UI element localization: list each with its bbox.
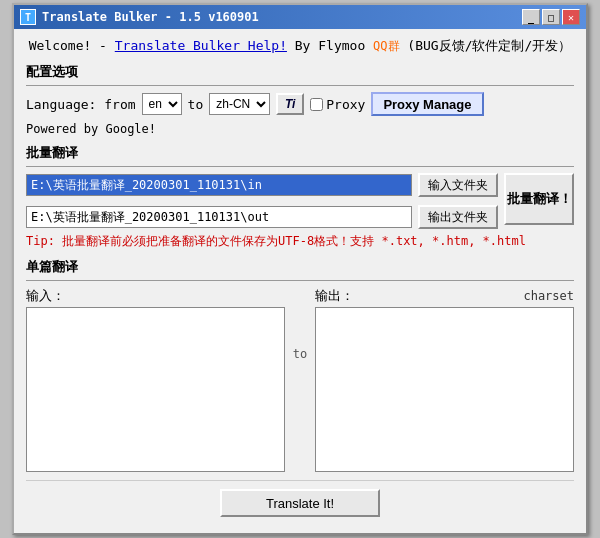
config-divider: [26, 85, 574, 86]
output-col: 输出： charset: [315, 287, 574, 472]
minimize-button[interactable]: _: [522, 9, 540, 25]
help-link[interactable]: Translate Bulker Help!: [115, 38, 287, 53]
config-section-title: 配置选项: [26, 63, 574, 81]
ti-button[interactable]: Ti: [276, 93, 304, 115]
main-window: T Translate Bulker - 1.5 v160901 _ □ ✕ W…: [12, 3, 588, 535]
powered-text: Powered by Google!: [26, 122, 156, 136]
to-language-select[interactable]: zh-CN: [209, 93, 270, 115]
batch-inputs-col: 输入文件夹 输出文件夹: [26, 173, 498, 233]
to-label: to: [188, 97, 204, 112]
batch-tip: Tip: 批量翻译前必须把准备翻译的文件保存为UTF-8格式！支持 *.txt,…: [26, 233, 574, 250]
charset-label: charset: [523, 289, 574, 303]
single-section: 单篇翻译 输入： to 输出： charset: [26, 258, 574, 472]
title-bar: T Translate Bulker - 1.5 v160901 _ □ ✕: [14, 5, 586, 29]
to-middle-label: to: [293, 287, 307, 361]
output-folder-button[interactable]: 输出文件夹: [418, 205, 498, 229]
config-row: Language: from en to zh-CN Ti Proxy Prox…: [26, 92, 574, 136]
batch-outer: 输入文件夹 输出文件夹 批量翻译！: [26, 173, 574, 233]
bug-text: (BUG反馈/软件定制/开发）: [407, 38, 571, 53]
output-label: 输出：: [315, 287, 354, 305]
batch-section: 批量翻译 输入文件夹 输出文件夹 批量翻译！ Tip: 批量翻译前必须把准备翻译…: [26, 144, 574, 250]
input-folder-button[interactable]: 输入文件夹: [418, 173, 498, 197]
batch-input-path[interactable]: [26, 174, 412, 196]
maximize-button[interactable]: □: [542, 9, 560, 25]
bottom-bar: Translate It!: [26, 480, 574, 523]
from-language-select[interactable]: en: [142, 93, 182, 115]
output-header: 输出： charset: [315, 287, 574, 305]
welcome-prefix: Welcome! -: [29, 38, 115, 53]
batch-output-row: 输出文件夹: [26, 205, 498, 229]
app-icon: T: [20, 9, 36, 25]
window-title: Translate Bulker - 1.5 v160901: [42, 10, 259, 24]
batch-translate-button[interactable]: 批量翻译！: [504, 173, 574, 225]
title-controls: _ □ ✕: [522, 9, 580, 25]
proxy-label: Proxy: [326, 97, 365, 112]
language-label: Language: from: [26, 97, 136, 112]
input-textarea[interactable]: [26, 307, 285, 472]
proxy-checkbox[interactable]: [310, 98, 323, 111]
qq-icon: QQ群: [373, 38, 399, 55]
single-row: 输入： to 输出： charset: [26, 287, 574, 472]
batch-input-row: 输入文件夹: [26, 173, 498, 197]
batch-divider: [26, 166, 574, 167]
batch-section-title: 批量翻译: [26, 144, 574, 162]
batch-output-path[interactable]: [26, 206, 412, 228]
title-bar-left: T Translate Bulker - 1.5 v160901: [20, 9, 259, 25]
close-button[interactable]: ✕: [562, 9, 580, 25]
content-area: Welcome! - Translate Bulker Help! By Fly…: [14, 29, 586, 533]
welcome-bar: Welcome! - Translate Bulker Help! By Fly…: [26, 37, 574, 55]
single-divider: [26, 280, 574, 281]
welcome-suffix: By Flymoo: [295, 38, 373, 53]
translate-it-button[interactable]: Translate It!: [220, 489, 380, 517]
input-col: 输入：: [26, 287, 285, 472]
single-section-title: 单篇翻译: [26, 258, 574, 276]
output-textarea[interactable]: [315, 307, 574, 472]
proxy-manage-button[interactable]: Proxy Manage: [371, 92, 483, 116]
proxy-checkbox-wrap: Proxy: [310, 97, 365, 112]
input-label: 输入：: [26, 287, 285, 305]
